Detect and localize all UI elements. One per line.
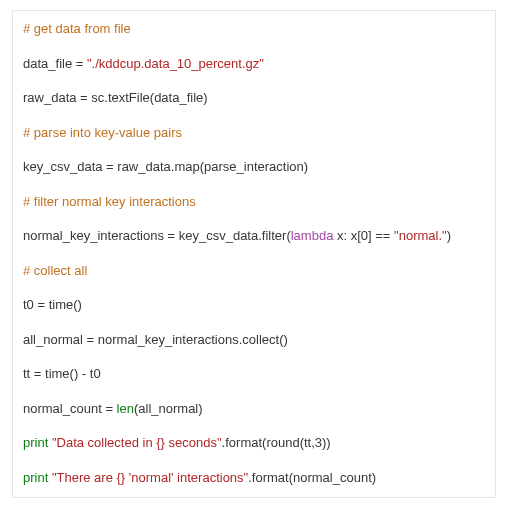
- code-text: t0 = time(): [23, 297, 82, 312]
- code-line: all_normal = normal_key_interactions.col…: [23, 330, 485, 350]
- code-line: normal_key_interactions = key_csv_data.f…: [23, 226, 485, 246]
- code-line: # collect all: [23, 261, 485, 281]
- string-literal: "normal.": [394, 228, 447, 243]
- code-line: raw_data = sc.textFile(data_file): [23, 88, 485, 108]
- code-line: normal_count = len(all_normal): [23, 399, 485, 419]
- code-line: print "Data collected in {} seconds".for…: [23, 433, 485, 453]
- code-text: normal_key_interactions = key_csv_data.f…: [23, 228, 291, 243]
- lambda-keyword: lambda: [291, 228, 334, 243]
- string-literal: "./kddcup.data_10_percent.gz": [87, 56, 264, 71]
- string-literal: "Data collected in {} seconds": [52, 435, 222, 450]
- print-keyword: print: [23, 470, 48, 485]
- code-text: raw_data = sc.textFile(data_file): [23, 90, 208, 105]
- code-text: key_csv_data = raw_data.map(parse_intera…: [23, 159, 308, 174]
- code-line: data_file = "./kddcup.data_10_percent.gz…: [23, 54, 485, 74]
- code-line: tt = time() - t0: [23, 364, 485, 384]
- code-text: normal_count =: [23, 401, 117, 416]
- builtin-name: len: [117, 401, 134, 416]
- code-text: x: x[0] ==: [333, 228, 394, 243]
- code-line: print "There are {} 'normal' interaction…: [23, 468, 485, 488]
- code-text: tt = time() - t0: [23, 366, 101, 381]
- code-text: (all_normal): [134, 401, 203, 416]
- code-block: # get data from file data_file = "./kddc…: [12, 10, 496, 498]
- code-line: key_csv_data = raw_data.map(parse_intera…: [23, 157, 485, 177]
- code-line: t0 = time(): [23, 295, 485, 315]
- code-text: all_normal = normal_key_interactions.col…: [23, 332, 288, 347]
- code-text: .format(normal_count): [248, 470, 376, 485]
- comment: # get data from file: [23, 21, 131, 36]
- comment: # parse into key-value pairs: [23, 125, 182, 140]
- comment: # filter normal key interactions: [23, 194, 196, 209]
- code-text: .format(round(tt,3)): [222, 435, 331, 450]
- code-text: ): [447, 228, 451, 243]
- string-literal: "There are {} 'normal' interactions": [52, 470, 248, 485]
- code-line: # get data from file: [23, 19, 485, 39]
- print-keyword: print: [23, 435, 48, 450]
- comment: # collect all: [23, 263, 87, 278]
- code-line: # filter normal key interactions: [23, 192, 485, 212]
- code-line: # parse into key-value pairs: [23, 123, 485, 143]
- code-text: data_file =: [23, 56, 87, 71]
